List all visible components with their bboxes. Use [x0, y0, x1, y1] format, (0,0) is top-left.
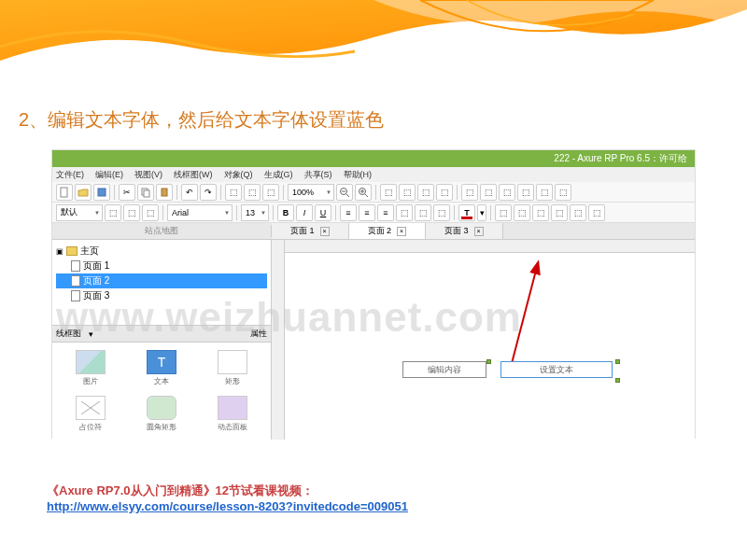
- close-icon[interactable]: ×: [397, 227, 406, 236]
- tool-button[interactable]: ⬚: [480, 184, 497, 201]
- tool-button[interactable]: ⬚: [262, 184, 279, 201]
- tool-button[interactable]: ⬚: [588, 204, 605, 221]
- image-icon: [76, 350, 106, 374]
- widgets-tab-wireframe[interactable]: 线框图: [56, 328, 81, 340]
- font-family-select[interactable]: Arial: [167, 204, 233, 221]
- tool-button[interactable]: ⬚: [499, 184, 515, 201]
- toolbar-primary: ✂ ↶ ↷ ⬚ ⬚ ⬚ 100% ⬚ ⬚ ⬚ ⬚ ⬚ ⬚ ⬚ ⬚ ⬚ ⬚: [52, 182, 695, 203]
- copy-button[interactable]: [137, 184, 154, 201]
- font-size-select[interactable]: 13: [241, 204, 269, 221]
- tool-button[interactable]: ⬚: [244, 184, 261, 201]
- tool-button[interactable]: ⬚: [570, 204, 586, 221]
- italic-button[interactable]: I: [296, 204, 313, 221]
- sidebar-header: 站点地图: [52, 225, 272, 237]
- svg-line-15: [510, 263, 538, 371]
- widgets-tab-properties[interactable]: 属性: [250, 328, 267, 340]
- menu-view[interactable]: 视图(V): [134, 169, 162, 181]
- menu-help[interactable]: 帮助(H): [344, 169, 373, 181]
- widget-rect[interactable]: 矩形: [202, 350, 263, 386]
- align-middle-button[interactable]: ⬚: [415, 204, 431, 221]
- widget-text[interactable]: T文本: [131, 350, 192, 386]
- tool-button[interactable]: ⬚: [380, 184, 397, 201]
- menu-object[interactable]: 对象(Q): [224, 169, 253, 181]
- menu-file[interactable]: 文件(E): [56, 169, 84, 181]
- page-icon: [71, 260, 80, 272]
- zoom-select[interactable]: 100%: [288, 184, 334, 201]
- separator: [283, 185, 284, 200]
- tree-page2[interactable]: 页面 2: [56, 273, 267, 288]
- menu-generate[interactable]: 生成(G): [264, 169, 293, 181]
- align-bottom-button[interactable]: ⬚: [433, 204, 450, 221]
- tool-button[interactable]: ⬚: [517, 184, 534, 201]
- rounded-icon: [147, 396, 176, 420]
- resize-handle[interactable]: [486, 359, 491, 364]
- tool-button[interactable]: ⬚: [461, 184, 478, 201]
- separator: [335, 205, 336, 220]
- separator: [490, 205, 491, 220]
- toolbar-format: 默认 ⬚ ⬚ ⬚ Arial 13 B I U ≡ ≡ ≡ ⬚ ⬚ ⬚ T ▾ …: [52, 203, 695, 223]
- bold-button[interactable]: B: [277, 204, 294, 221]
- menu-edit[interactable]: 编辑(E): [95, 169, 123, 181]
- menu-share[interactable]: 共享(S): [304, 169, 332, 181]
- canvas-textfield-1[interactable]: 编辑内容: [402, 361, 486, 378]
- new-button[interactable]: [56, 184, 73, 201]
- zoom-in-button[interactable]: [355, 184, 372, 201]
- tool-button[interactable]: ⬚: [417, 184, 434, 201]
- resize-handle[interactable]: [615, 359, 620, 364]
- tool-button[interactable]: ⬚: [225, 184, 242, 201]
- menu-wireframe[interactable]: 线框图(W): [174, 169, 213, 181]
- tab-page3[interactable]: 页面 3×: [426, 223, 503, 239]
- save-button[interactable]: [93, 184, 110, 201]
- tree-page1[interactable]: 页面 1: [56, 259, 267, 273]
- underline-button[interactable]: U: [315, 204, 331, 221]
- tool-button[interactable]: ⬚: [514, 204, 530, 221]
- dynamic-icon: [218, 396, 247, 420]
- tree-root[interactable]: ▣ 主页: [56, 244, 267, 259]
- placeholder-icon: [76, 396, 106, 420]
- footer: 《Axure RP7.0从入门到精通》12节试看课视频： http://www.…: [47, 483, 408, 513]
- widget-rounded[interactable]: 圆角矩形: [131, 396, 192, 432]
- close-icon[interactable]: ×: [320, 227, 330, 236]
- canvas-textfield-2[interactable]: 设置文本: [500, 361, 613, 378]
- tool-button[interactable]: ⬚: [123, 204, 140, 221]
- cut-button[interactable]: ✂: [119, 184, 135, 201]
- workspace: ▣ 主页 页面 1 页面 2 页面 3: [52, 240, 695, 440]
- folder-icon: [66, 246, 78, 256]
- zoom-out-button[interactable]: [336, 184, 353, 201]
- paste-button[interactable]: [156, 184, 173, 201]
- tool-button[interactable]: ⬚: [436, 184, 453, 201]
- redo-button[interactable]: ↷: [200, 184, 217, 201]
- widget-image[interactable]: 图片: [60, 350, 121, 386]
- tool-button[interactable]: ⬚: [551, 204, 568, 221]
- style-select[interactable]: 默认: [56, 204, 103, 221]
- annotation-arrow-icon: [505, 259, 543, 371]
- tab-page1[interactable]: 页面 1×: [272, 223, 349, 239]
- align-left-button[interactable]: ≡: [340, 204, 357, 221]
- widget-placeholder[interactable]: 占位符: [60, 396, 121, 432]
- canvas[interactable]: 编辑内容 设置文本: [272, 240, 695, 440]
- undo-button[interactable]: ↶: [181, 184, 198, 201]
- tool-button[interactable]: ⬚: [555, 184, 571, 201]
- align-top-button[interactable]: ⬚: [396, 204, 413, 221]
- widget-dynamic[interactable]: 动态面板: [202, 396, 263, 432]
- footer-link[interactable]: http://www.elsyy.com/course/lesson-8203?…: [47, 499, 408, 513]
- tool-button[interactable]: ⬚: [399, 184, 416, 201]
- decorative-header: [0, 0, 747, 84]
- tool-button[interactable]: ⬚: [532, 204, 549, 221]
- tree-page3[interactable]: 页面 3: [56, 288, 267, 303]
- align-right-button[interactable]: ≡: [377, 204, 394, 221]
- tab-page2[interactable]: 页面 2×: [349, 223, 427, 239]
- font-color-dropdown[interactable]: ▾: [477, 204, 486, 221]
- tool-button[interactable]: ⬚: [142, 204, 159, 221]
- tool-button[interactable]: ⬚: [495, 204, 512, 221]
- font-color-button[interactable]: T: [458, 204, 475, 221]
- menu-bar: 文件(E) 编辑(E) 视图(V) 线框图(W) 对象(Q) 生成(G) 共享(…: [52, 167, 695, 182]
- separator: [457, 185, 458, 200]
- tool-button[interactable]: ⬚: [105, 204, 121, 221]
- tool-button[interactable]: ⬚: [536, 184, 553, 201]
- close-icon[interactable]: ×: [474, 227, 484, 236]
- resize-handle[interactable]: [615, 378, 620, 383]
- align-center-button[interactable]: ≡: [359, 204, 375, 221]
- footer-title: 《Axure RP7.0从入门到精通》12节试看课视频：: [47, 483, 408, 499]
- open-button[interactable]: [75, 184, 92, 201]
